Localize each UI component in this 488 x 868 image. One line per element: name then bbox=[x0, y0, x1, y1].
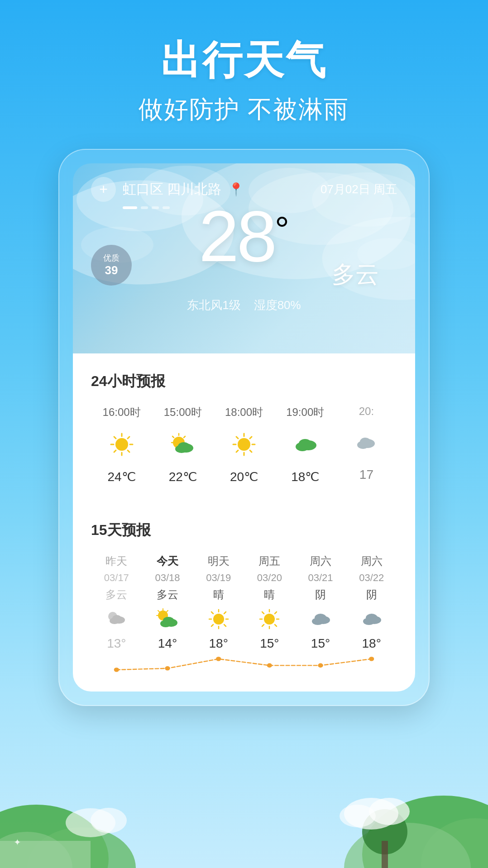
day-name-sat1: 周六 bbox=[310, 554, 331, 568]
day-icon-fri bbox=[256, 606, 283, 633]
svg-text:✦: ✦ bbox=[14, 837, 21, 847]
hour-2-icon bbox=[167, 429, 199, 460]
day-condition-today: 多云 bbox=[157, 587, 178, 602]
trend-line-container bbox=[91, 655, 397, 673]
humidity-info: 湿度80% bbox=[254, 298, 301, 312]
day-icon-yesterday bbox=[103, 606, 130, 633]
hour-1-temp: 24℃ bbox=[108, 469, 136, 484]
svg-point-86 bbox=[315, 614, 326, 622]
svg-point-89 bbox=[366, 614, 378, 622]
day-temp-tomorrow: 18° bbox=[209, 636, 228, 651]
day-date-today: 03/18 bbox=[155, 572, 180, 584]
day-temp-sat1: 15° bbox=[311, 636, 330, 651]
day-icon-today bbox=[154, 606, 181, 633]
phone-mockup: + 虹口区 四川北路 📍 07月02日 周五 优质 39 28 ° 多云 bbox=[58, 149, 430, 706]
day-date-sat2: 03/22 bbox=[359, 572, 384, 584]
location-pin-icon: 📍 bbox=[228, 182, 244, 197]
hero-subtitle: 做好防护 不被淋雨 bbox=[0, 93, 488, 126]
hour-5-icon bbox=[350, 427, 382, 458]
svg-line-80 bbox=[262, 612, 264, 614]
day-condition-tomorrow: 晴 bbox=[213, 587, 224, 602]
svg-point-75 bbox=[264, 614, 275, 625]
hour-4-icon bbox=[289, 429, 321, 460]
svg-point-12 bbox=[340, 805, 376, 827]
svg-point-14 bbox=[91, 808, 127, 833]
svg-rect-8 bbox=[382, 841, 388, 868]
day-condition-sat1: 阴 bbox=[315, 587, 326, 602]
hourly-item-1: 16:00时 bbox=[91, 405, 152, 484]
svg-line-72 bbox=[224, 625, 226, 626]
hour-3-temp: 20℃ bbox=[230, 469, 258, 484]
svg-point-50 bbox=[299, 439, 311, 448]
hourly-forecast-row: 16:00时 bbox=[91, 405, 397, 484]
day-temp-yesterday: 13° bbox=[107, 636, 126, 651]
svg-point-11 bbox=[369, 798, 410, 825]
add-location-button[interactable]: + bbox=[91, 177, 116, 202]
day-name-sat2: 周六 bbox=[361, 554, 383, 568]
hourly-item-5: 20: 17 bbox=[336, 405, 397, 484]
svg-line-35 bbox=[184, 436, 185, 438]
svg-line-29 bbox=[128, 437, 129, 439]
daily-forecast-card: 15天预报 昨天 03/17 多云 13° bbox=[73, 502, 415, 692]
date-display: 07月02日 周五 bbox=[321, 181, 397, 197]
svg-line-30 bbox=[114, 450, 116, 452]
svg-point-93 bbox=[267, 663, 272, 668]
svg-line-44 bbox=[236, 437, 238, 439]
svg-line-45 bbox=[250, 450, 252, 452]
hour-4-label: 19:00时 bbox=[286, 405, 324, 420]
wind-humidity-info: 东北风1级 湿度80% bbox=[91, 297, 397, 313]
day-col-tomorrow: 明天 03/19 晴 bbox=[193, 554, 244, 651]
day-icon-tomorrow bbox=[205, 606, 232, 633]
hourly-forecast-title: 24小时预报 bbox=[91, 372, 397, 391]
svg-line-83 bbox=[262, 625, 264, 626]
day-col-sat1: 周六 03/21 阴 15° bbox=[295, 554, 346, 651]
svg-line-82 bbox=[275, 612, 277, 614]
day-col-fri: 周五 03/20 晴 bbox=[244, 554, 295, 651]
hourly-item-2: 15:00时 22℃ bbox=[152, 405, 213, 484]
day-icon-sat2 bbox=[358, 606, 385, 633]
svg-line-74 bbox=[211, 625, 213, 626]
day-temp-today: 14° bbox=[158, 636, 177, 651]
svg-line-34 bbox=[172, 436, 174, 438]
days-grid: 昨天 03/17 多云 13° 今天 03/18 多云 bbox=[91, 554, 397, 651]
hero-title: 出行天气 bbox=[0, 36, 488, 84]
hour-4-temp: 18℃ bbox=[291, 469, 319, 484]
svg-point-22 bbox=[115, 438, 128, 451]
svg-line-28 bbox=[128, 450, 129, 452]
degree-symbol: ° bbox=[275, 209, 289, 251]
hour-1-icon bbox=[106, 429, 138, 460]
svg-point-39 bbox=[238, 438, 250, 451]
day-col-sat2: 周六 03/22 阴 18° bbox=[346, 554, 397, 651]
svg-line-61 bbox=[158, 610, 159, 612]
hourly-item-3: 18:00时 bbox=[213, 405, 274, 484]
svg-point-92 bbox=[216, 657, 221, 661]
svg-point-66 bbox=[213, 614, 224, 625]
daily-forecast-title: 15天预报 bbox=[91, 520, 397, 540]
hourly-forecast-card: 24小时预报 16:00时 bbox=[73, 353, 415, 502]
day-temp-fri: 15° bbox=[260, 636, 279, 651]
day-date-fri: 03/20 bbox=[257, 572, 282, 584]
svg-point-94 bbox=[318, 663, 323, 668]
svg-line-46 bbox=[250, 437, 252, 439]
svg-line-62 bbox=[167, 610, 168, 612]
hour-3-icon bbox=[228, 429, 260, 460]
day-name-yesterday: 昨天 bbox=[105, 554, 127, 568]
day-condition-fri: 晴 bbox=[264, 587, 275, 602]
svg-line-71 bbox=[211, 612, 213, 614]
hour-1-label: 16:00时 bbox=[103, 405, 141, 420]
hour-5-label: 20: bbox=[359, 405, 374, 418]
day-date-sat1: 03/21 bbox=[308, 572, 333, 584]
day-icon-sat1 bbox=[307, 606, 334, 633]
day-name-today: 今天 bbox=[157, 554, 178, 568]
svg-point-65 bbox=[163, 617, 174, 624]
svg-point-38 bbox=[178, 442, 190, 450]
day-condition-yesterday: 多云 bbox=[105, 587, 127, 602]
svg-point-53 bbox=[360, 438, 371, 446]
wind-info: 东北风1级 bbox=[187, 298, 240, 312]
day-col-today: 今天 03/18 多云 bbox=[142, 554, 193, 651]
day-condition-sat2: 阴 bbox=[366, 587, 377, 602]
svg-point-95 bbox=[369, 657, 374, 661]
svg-point-90 bbox=[114, 668, 119, 672]
hourly-item-4: 19:00时 18℃ bbox=[275, 405, 336, 484]
weather-condition: 多云 bbox=[91, 259, 397, 291]
